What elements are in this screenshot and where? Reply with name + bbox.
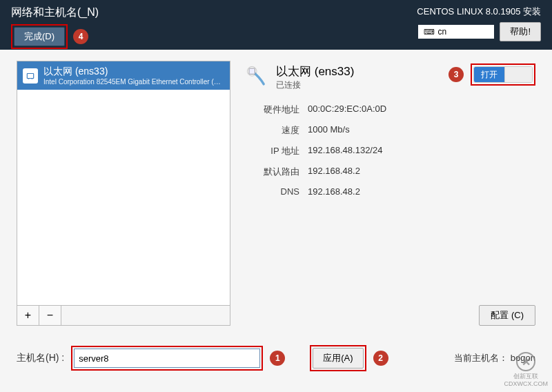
hostname-input[interactable] — [74, 349, 260, 368]
svg-rect-2 — [249, 68, 255, 75]
hw-label: 硬件地址 — [244, 104, 299, 116]
nic-item-ens33[interactable]: 以太网 (ens33) Intel Corporation 82545EM Gi… — [17, 61, 230, 90]
done-wrapper: 完成(D) 4 — [11, 24, 99, 49]
nic-text: 以太网 (ens33) Intel Corporation 82545EM Gi… — [43, 66, 221, 86]
toggle-highlight: 打开 — [471, 63, 535, 86]
nic-list[interactable]: 以太网 (ens33) Intel Corporation 82545EM Gi… — [17, 61, 230, 306]
content-area: 以太网 (ens33) Intel Corporation 82545EM Gi… — [0, 50, 552, 326]
gw-label: 默认路由 — [244, 166, 299, 178]
detail-status: 已连接 — [276, 79, 354, 91]
speed-value: 1000 Mb/s — [308, 124, 535, 137]
properties-grid: 硬件地址 00:0C:29:EC:0A:0D 速度 1000 Mb/s IP 地… — [244, 104, 535, 197]
ethernet-big-icon — [244, 63, 269, 88]
done-highlight: 完成(D) — [11, 24, 68, 49]
apply-button[interactable]: 应用(A) — [313, 348, 363, 369]
nic-sub: Intel Corporation 82545EM Gigabit Ethern… — [43, 78, 221, 86]
hostname-label: 主机名(H) : — [17, 352, 64, 364]
detail-title: 以太网 (ens33) — [276, 63, 354, 79]
toggle-on-label: 打开 — [474, 67, 504, 82]
apply-highlight: 应用(A) — [310, 345, 366, 371]
header-subtitle: CENTOS LINUX 8.0.1905 安装 — [417, 6, 541, 18]
ip-value: 192.168.48.132/24 — [308, 145, 535, 157]
page-title: 网络和主机名(_N) — [11, 6, 99, 20]
header-controls: ⌨ cn 帮助! — [418, 22, 541, 41]
nic-panel: 以太网 (ens33) Intel Corporation 82545EM Gi… — [17, 61, 230, 326]
svg-rect-0 — [27, 73, 33, 78]
detail-panel: 以太网 (ens33) 已连接 3 打开 硬件地址 00:0C:29:EC:0A… — [244, 61, 535, 326]
add-remove-bar: + − — [17, 306, 230, 326]
watermark-brand: 创新互联 — [504, 373, 549, 380]
help-button[interactable]: 帮助! — [500, 22, 541, 41]
header-right: CENTOS LINUX 8.0.1905 安装 ⌨ cn 帮助! — [417, 6, 541, 44]
badge-3: 3 — [448, 67, 464, 82]
hw-value: 00:0C:29:EC:0A:0D — [308, 104, 535, 116]
badge-1: 1 — [270, 351, 285, 366]
remove-nic-button[interactable]: − — [39, 306, 61, 325]
configure-button[interactable]: 配置 (C) — [479, 305, 535, 326]
dns-label: DNS — [244, 186, 299, 197]
hostname-row: 主机名(H) : 1 应用(A) 2 当前主机名： bogon — [0, 326, 552, 371]
detail-header: 以太网 (ens33) 已连接 — [276, 63, 354, 91]
toggle-knob — [504, 67, 532, 82]
ip-label: IP 地址 — [244, 145, 299, 157]
header-bar: 网络和主机名(_N) 完成(D) 4 CENTOS LINUX 8.0.1905… — [0, 0, 552, 50]
nic-name: 以太网 (ens33) — [43, 66, 221, 78]
toggle-area: 3 打开 — [448, 63, 535, 86]
hostname-highlight — [71, 346, 263, 371]
ethernet-icon — [23, 68, 38, 84]
connection-toggle[interactable]: 打开 — [473, 66, 533, 83]
lang-code: cn — [437, 27, 446, 37]
speed-label: 速度 — [244, 124, 299, 137]
dns-value: 192.168.48.2 — [308, 186, 535, 197]
done-button[interactable]: 完成(D) — [14, 27, 65, 46]
keyboard-icon: ⌨ — [424, 28, 435, 37]
watermark-logo-icon: ✕ — [516, 352, 535, 371]
gw-value: 192.168.48.2 — [308, 166, 535, 178]
keyboard-layout[interactable]: ⌨ cn — [418, 25, 494, 39]
badge-4: 4 — [73, 29, 88, 44]
header-left: 网络和主机名(_N) 完成(D) 4 — [11, 6, 99, 44]
watermark-sub: CDXWCX.COM — [504, 380, 549, 388]
add-nic-button[interactable]: + — [17, 306, 39, 325]
watermark: ✕ 创新互联 CDXWCX.COM — [504, 352, 549, 388]
badge-2: 2 — [373, 351, 388, 366]
